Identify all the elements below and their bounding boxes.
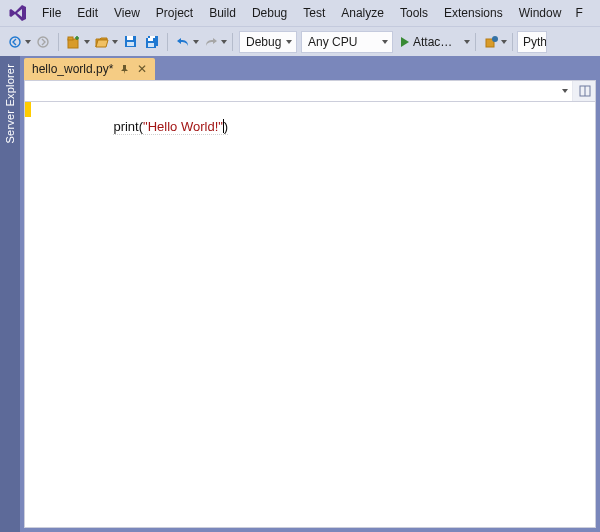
open-file-dropdown[interactable] [111,30,119,54]
menu-project[interactable]: Project [148,2,201,24]
start-debug-label: Attach… [413,35,459,49]
document-tab-title: hello_world.py* [32,62,113,76]
svg-rect-6 [127,42,134,46]
menu-bar: File Edit View Project Build Debug Test … [0,0,600,26]
code-token-string: "Hello World!" [143,119,223,134]
menu-tools[interactable]: Tools [392,2,436,24]
code-token-paren: ) [224,119,228,134]
nav-forward-button[interactable] [32,30,54,54]
server-explorer-label: Server Explorer [4,64,16,143]
pin-icon[interactable] [119,64,129,74]
new-project-button[interactable] [63,30,85,54]
menu-test[interactable]: Test [295,2,333,24]
outline-gutter [31,102,45,527]
document-tabstrip: hello_world.py* ✕ [20,56,600,80]
nav-splitter-button[interactable] [573,81,595,101]
nav-back-dropdown[interactable] [24,30,32,54]
toolbar-separator [58,33,59,51]
solution-config-label: Debug [246,35,281,49]
svg-rect-11 [148,43,154,47]
svg-rect-5 [127,36,133,40]
python-env-dropdown[interactable] [500,30,508,54]
svg-rect-3 [68,37,73,40]
start-debug-dropdown[interactable] [463,30,471,54]
svg-point-13 [492,36,498,42]
menu-build[interactable]: Build [201,2,244,24]
redo-button[interactable] [200,30,222,54]
menu-truncated[interactable]: F [569,2,582,24]
toolbar-separator [232,33,233,51]
menu-file[interactable]: File [34,2,69,24]
chevron-down-icon [382,40,388,44]
python-env-button[interactable] [480,30,502,54]
code-editor[interactable]: print("Hello World!") [24,102,596,528]
document-tab[interactable]: hello_world.py* ✕ [24,58,155,80]
undo-dropdown[interactable] [192,30,200,54]
chevron-down-icon [286,40,292,44]
menu-view[interactable]: View [106,2,148,24]
svg-rect-10 [148,38,153,41]
undo-button[interactable] [172,30,194,54]
main-area: Server Explorer hello_world.py* ✕ [0,56,600,532]
server-explorer-tab[interactable]: Server Explorer [0,56,20,532]
menu-edit[interactable]: Edit [69,2,106,24]
menu-window[interactable]: Window [511,2,570,24]
save-button[interactable] [119,30,141,54]
solution-platform-label: Any CPU [308,35,357,49]
python-environment-label: Pyth [523,35,547,49]
svg-point-0 [10,37,20,47]
navigation-bar [24,80,596,102]
new-project-dropdown[interactable] [83,30,91,54]
open-file-button[interactable] [91,30,113,54]
menu-debug[interactable]: Debug [244,2,295,24]
toolbar-separator [512,33,513,51]
nav-back-button[interactable] [4,30,26,54]
standard-toolbar: Debug Any CPU Attach… Pyth [0,26,600,56]
code-token-function: print [113,119,138,134]
menu-analyze[interactable]: Analyze [333,2,392,24]
nav-scope-combo[interactable] [25,81,573,101]
start-debug-button[interactable]: Attach… [395,30,465,54]
save-all-button[interactable] [141,30,163,54]
close-icon[interactable]: ✕ [135,62,149,76]
chevron-down-icon [562,89,568,93]
redo-dropdown[interactable] [220,30,228,54]
toolbar-separator [167,33,168,51]
solution-config-combo[interactable]: Debug [239,31,297,53]
python-environment-combo[interactable]: Pyth [517,31,547,53]
play-icon [401,37,409,47]
document-area: hello_world.py* ✕ print("Hello World!") [20,56,600,532]
svg-point-1 [38,37,48,47]
menu-extensions[interactable]: Extensions [436,2,511,24]
visual-studio-logo-icon [8,3,28,23]
solution-platform-combo[interactable]: Any CPU [301,31,393,53]
toolbar-separator [475,33,476,51]
code-surface[interactable]: print("Hello World!") [45,102,595,527]
